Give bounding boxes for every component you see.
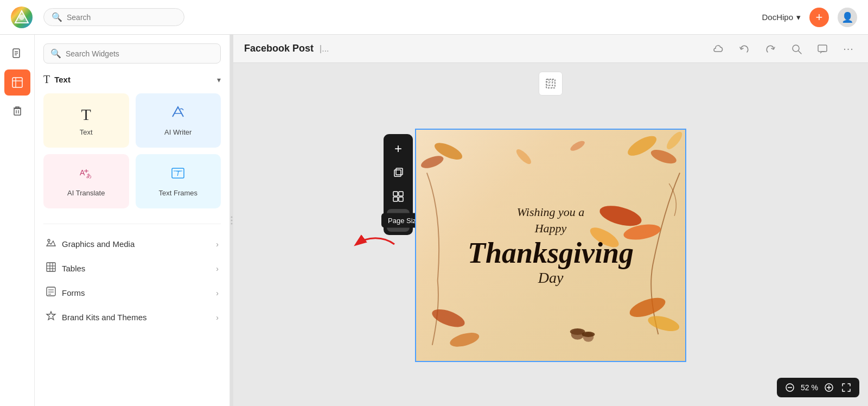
zoom-in-button[interactable] [822, 381, 835, 394]
global-search-box[interactable]: 🔍 [43, 8, 184, 26]
sidebar-search-box[interactable]: 🔍 [43, 43, 221, 64]
forms-arrow-icon: › [216, 289, 219, 297]
brand-kits-icon [46, 310, 56, 324]
svg-point-46 [394, 217, 396, 218]
global-search-input[interactable] [67, 13, 175, 22]
brand-kits-arrow-icon: › [216, 313, 219, 322]
text-section-icon: T [43, 73, 50, 86]
red-arrow-indicator [351, 233, 400, 257]
text-widget-label: Text [80, 128, 93, 136]
sidebar: 🔍 T Text ▾ T Text [35, 35, 230, 406]
sidebar-search-icon: 🔍 [50, 48, 61, 59]
topbar: 🔍 DocHipo ▾ + 👤 [0, 0, 868, 35]
text-frames-widget-icon: T [170, 166, 186, 185]
svg-rect-43 [393, 197, 398, 201]
floating-toolbar: + [384, 134, 413, 235]
widget-grid: T Text AI Writer A あ [43, 93, 221, 208]
wishing-text-line2: Happy [468, 220, 634, 237]
toolbar-add-button[interactable]: + [387, 137, 410, 160]
topbar-right: DocHipo ▾ + 👤 [762, 8, 857, 27]
svg-point-64 [569, 139, 586, 153]
svg-line-32 [799, 51, 801, 54]
menu-item-brand-kits[interactable]: Brand Kits and Themes › [43, 305, 221, 329]
canvas-header: Facebook Post |... [233, 35, 868, 63]
graphics-icon [46, 237, 56, 251]
canvas-search-button[interactable] [788, 40, 805, 58]
svg-point-62 [449, 330, 481, 349]
page-size-corner-button[interactable] [539, 72, 563, 96]
create-button[interactable]: + [809, 8, 829, 27]
toolbar-page-size-button[interactable]: Page Size [387, 209, 410, 232]
text-section-chevron-icon: ▾ [217, 75, 221, 84]
svg-point-48 [394, 223, 396, 225]
zoom-out-button[interactable] [783, 381, 796, 394]
doc-actions: ··· [710, 40, 857, 58]
svg-text:あ: あ [86, 173, 92, 179]
more-options-button[interactable]: ··· [840, 40, 857, 58]
sidebar-item-pages[interactable] [4, 69, 30, 96]
cloud-save-button[interactable] [710, 40, 727, 58]
dochipo-dropdown[interactable]: DocHipo ▾ [762, 12, 801, 22]
graphics-arrow-icon: › [216, 240, 219, 249]
svg-point-54 [432, 139, 465, 163]
main-layout: 🔍 T Text ▾ T Text [0, 35, 868, 406]
redo-button[interactable] [762, 40, 779, 58]
svg-rect-42 [399, 192, 403, 196]
widget-text-frames[interactable]: T Text Frames [136, 154, 221, 208]
toolbar-grid-button[interactable] [387, 185, 410, 208]
comment-button[interactable] [814, 40, 831, 58]
svg-point-55 [419, 154, 445, 171]
svg-rect-19 [47, 263, 55, 271]
ai-writer-widget-icon [170, 105, 186, 124]
menu-item-tables[interactable]: Tables › [43, 256, 221, 281]
forms-icon [46, 286, 56, 300]
text-frames-widget-label: Text Frames [158, 189, 197, 197]
sidebar-item-documents[interactable] [4, 41, 30, 67]
thanksgiving-text: Wishing you a Happy Thanksgiving Day [468, 204, 634, 287]
ai-writer-widget-label: AI Writer [164, 128, 192, 136]
svg-point-31 [793, 45, 799, 52]
menu-item-graphics[interactable]: Graphics and Media › [43, 232, 221, 256]
widget-ai-translate[interactable]: A あ AI Translate [43, 154, 129, 208]
svg-point-2 [19, 15, 24, 20]
tables-icon [46, 262, 56, 275]
text-section-header[interactable]: T Text ▾ [43, 73, 221, 86]
svg-rect-40 [396, 168, 403, 175]
canvas-area: Facebook Post |... [233, 35, 868, 406]
svg-point-18 [48, 239, 50, 242]
svg-point-30 [231, 223, 233, 225]
svg-point-65 [571, 329, 584, 340]
svg-point-60 [646, 313, 681, 334]
doc-title: Facebook Post |... [244, 43, 329, 54]
svg-point-67 [583, 332, 594, 342]
user-avatar[interactable]: 👤 [838, 8, 857, 27]
menu-item-forms[interactable]: Forms › [43, 281, 221, 305]
widget-text[interactable]: T Text [43, 93, 129, 148]
svg-point-68 [582, 332, 595, 337]
svg-rect-41 [393, 192, 398, 196]
sidebar-search-input[interactable] [66, 49, 214, 58]
undo-button[interactable] [736, 40, 753, 58]
svg-point-29 [231, 220, 233, 221]
widget-ai-writer[interactable]: AI Writer [136, 93, 221, 148]
toolbar-duplicate-button[interactable] [387, 161, 410, 184]
zoom-value-label: 52 % [801, 383, 818, 392]
svg-text:T: T [176, 169, 181, 177]
ai-translate-widget-label: AI Translate [67, 189, 105, 197]
svg-point-59 [627, 294, 668, 321]
thanksgiving-card[interactable]: Wishing you a Happy Thanksgiving Day [415, 129, 686, 362]
svg-point-52 [649, 147, 678, 167]
sidebar-item-trash[interactable] [4, 98, 30, 124]
svg-rect-39 [394, 170, 401, 176]
svg-point-53 [664, 130, 685, 151]
sidebar-divider [43, 224, 221, 224]
svg-point-49 [401, 223, 403, 225]
zoom-expand-button[interactable] [840, 381, 853, 394]
tables-menu-label: Tables [62, 264, 85, 273]
app-logo[interactable] [11, 7, 33, 28]
svg-point-47 [401, 217, 403, 218]
svg-rect-24 [47, 287, 55, 296]
graphics-menu-label: Graphics and Media [62, 239, 135, 249]
thanksgiving-title: Thanksgiving [468, 237, 634, 269]
zoom-bar: 52 % [777, 378, 859, 397]
